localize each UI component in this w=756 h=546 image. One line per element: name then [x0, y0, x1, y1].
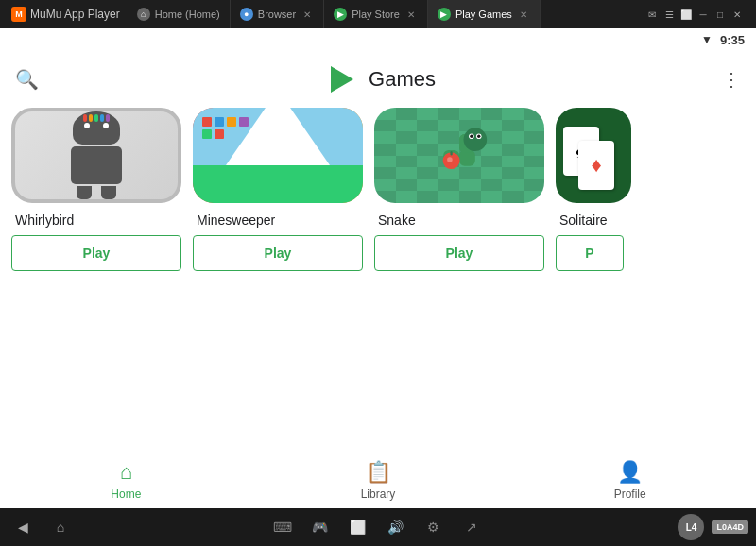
snake-icon — [374, 108, 544, 203]
back-button[interactable]: ◀ — [8, 514, 38, 540]
browser-tab-close[interactable]: ✕ — [301, 9, 314, 21]
color-green — [94, 114, 98, 122]
settings-tool[interactable]: ⚙ — [421, 514, 447, 540]
gamepad-tool[interactable]: 🎮 — [307, 514, 334, 540]
watermark-circle: L4 — [678, 514, 704, 540]
games-tab-close[interactable]: ✕ — [517, 9, 530, 21]
nav-library[interactable]: 📋 Library — [252, 452, 505, 508]
cb2 — [215, 117, 224, 127]
color-purple — [106, 114, 110, 122]
browser-tab-icon: ● — [240, 8, 253, 21]
minesweeper-icon — [193, 108, 363, 203]
system-time: 9:35 — [720, 33, 745, 47]
tab-browser[interactable]: ● Browser ✕ — [231, 0, 324, 28]
android-robot — [71, 111, 122, 199]
game-card-snake: Snake Play — [374, 108, 544, 271]
volume-tool[interactable]: 🔊 — [383, 514, 409, 540]
taskbar-right: L4 L0A4D — [678, 514, 748, 540]
whirlybird-icon — [11, 108, 181, 203]
svg-point-10 — [477, 135, 480, 138]
robot-colors — [83, 114, 110, 122]
library-nav-label: Library — [361, 487, 396, 501]
snake-name: Snake — [374, 213, 420, 228]
mine-scene — [193, 108, 363, 203]
taskbar: ◀ ⌂ ⌨ 🎮 ⬜ 🔊 ⚙ ↗ L4 L0A4D — [0, 508, 756, 546]
app-icon: M — [11, 7, 26, 22]
profile-nav-label: Profile — [614, 487, 646, 501]
tab-games[interactable]: ▶ Play Games ✕ — [428, 0, 541, 28]
game-card-minesweeper: Minesweeper Play — [193, 108, 363, 271]
screen-tool[interactable]: ⬜ — [345, 514, 371, 540]
robot-foot-right — [101, 186, 116, 199]
game-card-whirlybird: Whirlybird Play — [11, 108, 181, 271]
bottom-nav: ⌂ Home 📋 Library 👤 Profile — [0, 452, 756, 508]
menu-button[interactable]: ☰ — [662, 7, 677, 22]
games-tab-icon: ▶ — [438, 8, 451, 21]
load4-badge: L0A4D — [712, 520, 748, 534]
minimize-button[interactable]: ─ — [696, 7, 711, 22]
home-tab-icon: ⌂ — [137, 8, 150, 21]
nav-home[interactable]: ⌂ Home — [0, 452, 252, 508]
search-button[interactable]: 🔍 — [15, 68, 39, 91]
mail-button[interactable]: ✉ — [644, 7, 660, 22]
svg-rect-13 — [450, 151, 452, 155]
minesweeper-play-button[interactable]: Play — [193, 235, 363, 271]
cb1 — [202, 117, 212, 127]
close-button[interactable]: ✕ — [730, 7, 745, 22]
maximize-button[interactable]: □ — [713, 7, 728, 22]
robot-body — [71, 146, 122, 184]
app-name: MuMu App Player — [30, 8, 120, 21]
color-red — [83, 114, 87, 122]
tab-home-label: Home (Home) — [155, 9, 220, 20]
minesweeper-name: Minesweeper — [193, 213, 279, 228]
keyboard-tool[interactable]: ⌨ — [269, 514, 296, 540]
store-tab-close[interactable]: ✕ — [404, 9, 418, 21]
snake-svg — [374, 108, 544, 203]
robot-feet — [77, 186, 116, 199]
tab-games-label: Play Games — [455, 9, 512, 20]
taskbar-home-button[interactable]: ⌂ — [45, 514, 76, 540]
diamond-card: ♦ — [578, 141, 614, 190]
play-games-logo — [325, 62, 359, 96]
whirlybird-name: Whirlybird — [11, 213, 77, 228]
page-title: Games — [325, 62, 436, 96]
snake-play-button[interactable]: Play — [374, 235, 544, 271]
svg-point-9 — [470, 135, 472, 138]
taskbar-tools: ⌨ 🎮 ⬜ 🔊 ⚙ ↗ — [83, 514, 670, 540]
app-logo: M MuMu App Player — [4, 7, 128, 22]
more-options-button[interactable]: ⋮ — [722, 68, 741, 91]
tab-store[interactable]: ▶ Play Store ✕ — [324, 0, 428, 28]
library-nav-icon: 📋 — [366, 460, 391, 485]
solitaire-name: Solitaire — [556, 213, 611, 228]
tab-home[interactable]: ⌂ Home (Home) — [128, 0, 231, 28]
title-bar: M MuMu App Player ⌂ Home (Home) ● Browse… — [0, 0, 756, 28]
share-tool[interactable]: ↗ — [458, 514, 485, 540]
tab-store-label: Play Store — [352, 9, 400, 20]
window-controls: ✉ ☰ ⬜ ─ □ ✕ — [637, 7, 752, 22]
robot-foot-left — [77, 186, 92, 199]
solitaire-play-button[interactable]: P — [556, 235, 624, 271]
top-bar: 🔍 Games ⋮ — [0, 51, 756, 108]
cb5 — [202, 129, 212, 139]
cb3 — [227, 117, 236, 127]
color-orange — [89, 114, 93, 122]
main-content: 🔍 Games ⋮ — [0, 51, 756, 452]
whirlybird-play-button[interactable]: Play — [11, 235, 181, 271]
solitaire-icon: ♠ ♦ — [556, 108, 631, 203]
mine-colorblocks — [202, 117, 259, 139]
store-tab-icon: ▶ — [334, 8, 347, 21]
restore-button[interactable]: ⬜ — [679, 7, 694, 22]
robot-head — [73, 111, 120, 145]
color-blue — [100, 114, 104, 122]
profile-nav-icon: 👤 — [617, 460, 643, 485]
cb6 — [215, 129, 224, 139]
page-title-text: Games — [369, 67, 436, 92]
tabs-bar: ⌂ Home (Home) ● Browser ✕ ▶ Play Store ✕… — [128, 0, 637, 28]
svg-point-6 — [463, 128, 487, 151]
tab-browser-label: Browser — [258, 9, 296, 20]
status-bar: ▼ 9:35 — [0, 28, 756, 51]
nav-profile[interactable]: 👤 Profile — [504, 452, 756, 508]
home-nav-icon: ⌂ — [120, 460, 132, 485]
home-nav-label: Home — [111, 487, 141, 501]
cb4 — [239, 117, 249, 127]
